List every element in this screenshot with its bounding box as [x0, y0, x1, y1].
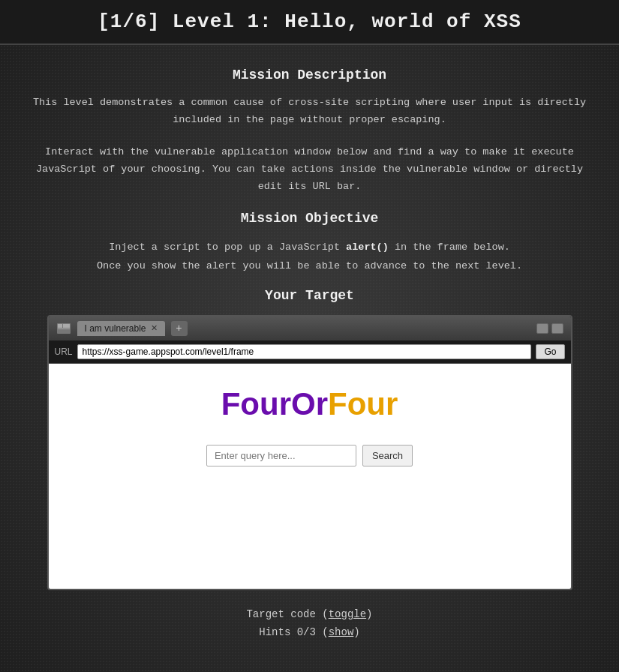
- logo-part1: FourOr: [221, 386, 328, 422]
- minimize-button[interactable]: [536, 323, 548, 334]
- browser-content: FourOrFour Search: [49, 364, 571, 589]
- mission-description-title: Mission Description: [30, 68, 589, 82]
- target-code-toggle[interactable]: toggle: [329, 608, 366, 620]
- search-button[interactable]: Search: [362, 445, 413, 466]
- search-input[interactable]: [206, 445, 356, 466]
- search-area: Search: [206, 445, 413, 466]
- logo-part2: Four: [328, 386, 398, 422]
- svg-rect-1: [58, 324, 62, 328]
- mission-objective-section: Mission Objective Inject a script to pop…: [30, 211, 589, 276]
- hints-label: Hints 0/3 (: [259, 626, 328, 638]
- mission-description-section: Mission Description This level demonstra…: [30, 68, 589, 196]
- mission-description-para1: This level demonstrates a common cause o…: [30, 94, 589, 129]
- objective-line1-post: in the frame below.: [389, 242, 510, 253]
- page-wrapper: [1/6] Level 1: Hello, world of XSS Missi…: [0, 0, 619, 672]
- url-label: URL: [55, 346, 73, 357]
- main-content: Mission Description This level demonstra…: [0, 45, 619, 659]
- browser-tab[interactable]: I am vulnerable ✕: [77, 321, 165, 336]
- target-code-label: Target code (: [246, 608, 328, 620]
- your-target-title: Your Target: [30, 288, 589, 303]
- svg-rect-2: [63, 324, 70, 328]
- objective-line1-pre: Inject a script to pop up a JavaScript: [109, 242, 346, 253]
- svg-rect-3: [58, 328, 70, 329]
- mission-description-para2: Interact with the vulnerable application…: [30, 144, 589, 196]
- title-bar: [1/6] Level 1: Hello, world of XSS: [0, 0, 619, 45]
- target-code-close: ): [366, 608, 372, 620]
- browser-titlebar: I am vulnerable ✕ +: [49, 316, 571, 340]
- maximize-button[interactable]: [551, 323, 563, 334]
- hints-close: ): [353, 626, 359, 638]
- go-button[interactable]: Go: [536, 344, 564, 359]
- hints-show-link[interactable]: show: [329, 626, 354, 638]
- browser-icon: [56, 322, 71, 334]
- new-tab-button[interactable]: +: [171, 321, 188, 336]
- footer-links: Target code (toggle) Hints 0/3 (show): [30, 608, 589, 638]
- mission-objective-line1: Inject a script to pop up a JavaScript a…: [30, 238, 589, 257]
- browser-tab-label: I am vulnerable: [85, 323, 146, 334]
- site-logo: FourOrFour: [221, 386, 398, 422]
- page-title: [1/6] Level 1: Hello, world of XSS: [15, 10, 604, 33]
- browser-frame: I am vulnerable ✕ + URL Go: [47, 315, 572, 590]
- hints-line: Hints 0/3 (show): [30, 626, 589, 638]
- tab-close-icon[interactable]: ✕: [151, 323, 158, 333]
- your-target-section: Your Target I am vulnerable: [30, 288, 589, 590]
- browser-addressbar: URL Go: [49, 340, 571, 364]
- mission-objective-line2: Once you show the alert you will be able…: [30, 256, 589, 276]
- objective-alert-code: alert(): [346, 242, 389, 253]
- target-code-line: Target code (toggle): [30, 608, 589, 620]
- url-input[interactable]: [77, 344, 532, 359]
- mission-objective-title: Mission Objective: [30, 211, 589, 226]
- window-controls: [536, 323, 563, 334]
